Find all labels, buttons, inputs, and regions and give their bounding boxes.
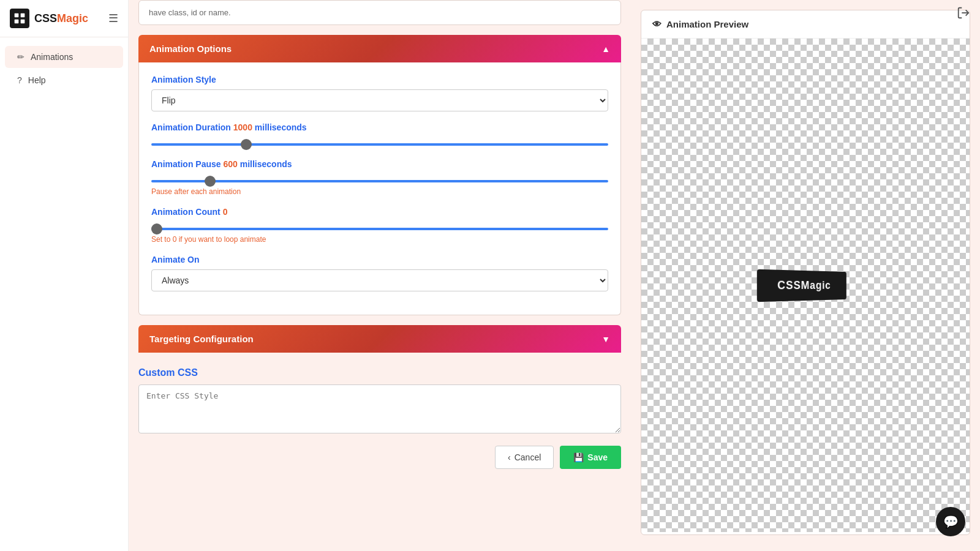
sidebar-header: CSSMagic ☰ [0, 0, 128, 37]
animation-count-label: Animation Count 0 [151, 207, 608, 217]
chat-button[interactable]: 💬 [936, 507, 965, 536]
preview-area: CSSMagic [641, 39, 970, 532]
preview-container: 👁 Animation Preview CSSMagic [641, 10, 970, 535]
animation-count-hint: Set to 0 if you want to loop animate [151, 235, 608, 244]
sidebar: CSSMagic ☰ ✏ Animations ? Help [0, 0, 129, 551]
info-text: have class, id or name. [149, 8, 231, 17]
targeting-header[interactable]: Targeting Configuration ▼ [138, 325, 621, 353]
targeting-chevron: ▼ [601, 334, 610, 344]
cancel-label: Cancel [514, 452, 541, 462]
animation-style-group: Animation Style Flip Fade Slide Bounce R… [151, 75, 608, 111]
svg-rect-3 [21, 20, 25, 24]
preview-element: CSSMagic [757, 269, 846, 302]
logo-icon [10, 9, 29, 28]
animation-pause-slider[interactable] [151, 180, 608, 182]
animation-duration-group: Animation Duration 1000 milliseconds [151, 122, 608, 148]
animation-duration-label: Animation Duration 1000 milliseconds [151, 122, 608, 132]
animation-pause-group: Animation Pause 600 milliseconds Pause a… [151, 159, 608, 196]
animation-options-title: Animation Options [149, 43, 232, 54]
logout-button[interactable] [957, 6, 970, 23]
sidebar-item-help[interactable]: ? Help [5, 69, 123, 91]
footer-buttons: ‹ Cancel 💾 Save [129, 436, 631, 469]
svg-rect-0 [15, 13, 19, 18]
animation-pause-label: Animation Pause 600 milliseconds [151, 159, 608, 169]
targeting-body-placeholder [138, 353, 621, 355]
save-label: Save [587, 452, 608, 462]
main-content: have class, id or name. Animation Option… [129, 0, 980, 551]
animation-options-body: Animation Style Flip Fade Slide Bounce R… [138, 62, 621, 315]
animate-on-label: Animate On [151, 255, 608, 264]
animation-duration-slider[interactable] [151, 143, 608, 146]
animation-count-slider[interactable] [151, 228, 608, 230]
sidebar-item-label: Help [28, 75, 46, 85]
hamburger-button[interactable]: ☰ [108, 12, 118, 25]
animate-on-select[interactable]: Always Hover Click Scroll [151, 269, 608, 291]
preview-header: 👁 Animation Preview [641, 10, 970, 39]
animation-style-label: Animation Style [151, 75, 608, 84]
animation-pause-hint: Pause after each animation [151, 187, 608, 196]
animation-duration-unit: milliseconds [255, 122, 307, 132]
animation-pause-value: 600 [223, 159, 237, 169]
help-icon: ? [17, 75, 22, 85]
animations-icon: ✏ [17, 52, 24, 62]
sidebar-item-animations[interactable]: ✏ Animations [5, 46, 123, 68]
logo-text: CSSMagic [34, 12, 88, 25]
animate-on-group: Animate On Always Hover Click Scroll [151, 255, 608, 291]
chat-icon: 💬 [943, 514, 959, 529]
svg-rect-1 [21, 13, 25, 18]
info-box: have class, id or name. [138, 0, 621, 25]
animation-options-chevron: ▲ [601, 44, 610, 54]
animation-duration-value: 1000 [233, 122, 252, 132]
animation-style-select[interactable]: Flip Fade Slide Bounce Rotate Zoom [151, 89, 608, 111]
sidebar-item-label: Animations [31, 52, 73, 62]
sidebar-nav: ✏ Animations ? Help [0, 37, 128, 100]
center-panel: have class, id or name. Animation Option… [129, 0, 631, 551]
preview-eye-icon: 👁 [652, 19, 662, 29]
preview-title: Animation Preview [666, 19, 748, 29]
custom-css-textarea[interactable] [138, 384, 621, 433]
targeting-title: Targeting Configuration [149, 334, 254, 344]
cancel-arrow: ‹ [508, 452, 511, 462]
save-button[interactable]: 💾 Save [560, 446, 621, 469]
right-panel: 👁 Animation Preview CSSMagic [631, 0, 980, 551]
animation-count-value: 0 [223, 207, 228, 217]
animation-pause-unit: milliseconds [240, 159, 292, 169]
save-icon: 💾 [573, 452, 584, 462]
animation-count-group: Animation Count 0 Set to 0 if you want t… [151, 207, 608, 244]
animation-options-header[interactable]: Animation Options ▲ [138, 35, 621, 62]
cancel-button[interactable]: ‹ Cancel [495, 446, 554, 469]
svg-rect-2 [15, 20, 19, 24]
custom-css-title: Custom CSS [138, 365, 621, 378]
